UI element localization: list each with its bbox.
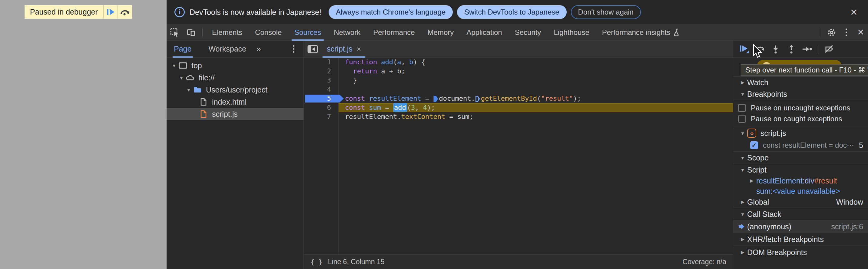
chevron-down-icon[interactable]: ▼ <box>170 63 178 68</box>
code-token: resultElement. <box>345 113 401 120</box>
chevron-down-icon[interactable]: ▼ <box>178 75 185 80</box>
step-button[interactable] <box>799 41 815 58</box>
code-line-7[interactable]: resultElement.textContent = sum; <box>339 112 733 121</box>
chevron-right-icon[interactable]: ▶ <box>738 237 747 242</box>
tab-lighthouse[interactable]: Lighthouse <box>547 24 595 41</box>
scope-var-resultelement[interactable]: ▶ resultElement: div #result <box>733 176 868 186</box>
section-scope[interactable]: ▼ Scope <box>733 152 868 164</box>
section-breakpoints[interactable]: ▼ Breakpoints <box>733 88 868 100</box>
chevron-down-icon[interactable]: ▼ <box>738 91 747 97</box>
section-xhr-breakpoints[interactable]: ▶ XHR/fetch Breakpoints <box>733 233 868 246</box>
step-out-button[interactable] <box>783 41 799 58</box>
more-tabs-icon[interactable]: » <box>256 44 261 54</box>
code-line-3[interactable]: } <box>339 76 733 85</box>
breakpoint-group-script-js[interactable]: ▼ ‹› script.js <box>733 127 868 139</box>
scope-global-group[interactable]: ▶ Global Window <box>733 196 868 208</box>
breakpoint-line-number: 5 <box>859 141 863 150</box>
tab-performance[interactable]: Performance <box>367 24 421 41</box>
tree-item-project-folder[interactable]: ▼ Users/user/project <box>166 84 304 96</box>
tab-lighthouse-label: Lighthouse <box>554 28 589 37</box>
navigator-more-options-button[interactable] <box>293 45 294 53</box>
tree-item-top[interactable]: ▼ top <box>166 59 304 72</box>
more-options-button[interactable] <box>839 24 854 41</box>
devtools-main-toolbar: Elements Console Sources Network Perform… <box>166 24 868 41</box>
tree-item-file-protocol[interactable]: ▼ file:// <box>166 72 304 84</box>
close-devtools-button[interactable]: ✕ <box>854 24 868 41</box>
tab-elements[interactable]: Elements <box>206 24 249 41</box>
gutter-line-5[interactable]: 5 <box>304 94 338 103</box>
gutter-line-7[interactable]: 7 <box>304 112 338 121</box>
chevron-right-icon[interactable]: ▶ <box>738 80 747 85</box>
code-line-1[interactable]: function add(a, b) { <box>339 58 733 67</box>
tab-sources[interactable]: Sources <box>288 24 328 41</box>
step-over-banner-button[interactable] <box>118 5 132 19</box>
chevron-right-icon[interactable]: ▶ <box>738 249 747 255</box>
code-line-6[interactable]: const sum = add(3, 4); <box>339 103 733 112</box>
tab-application[interactable]: Application <box>460 24 508 41</box>
switch-devtools-japanese-button[interactable]: Switch DevTools to Japanese <box>457 5 567 19</box>
gutter-line-1[interactable]: 1 <box>304 58 338 67</box>
gutter-line-6[interactable]: 6 <box>304 103 338 112</box>
settings-button[interactable] <box>825 24 839 41</box>
section-call-stack[interactable]: ▼ Call Stack <box>733 208 868 220</box>
resume-button[interactable] <box>736 41 752 58</box>
close-icon: ✕ <box>857 27 864 37</box>
tab-network-label: Network <box>334 28 361 37</box>
editor-tab-close-icon[interactable]: × <box>357 45 361 53</box>
pretty-print-icon[interactable]: { } <box>310 258 322 266</box>
code-line-5[interactable]: const resultElement = document.getElemen… <box>339 94 733 103</box>
browser-page-area: Paused in debugger <box>0 0 166 269</box>
frame-name: (anonymous) <box>747 222 792 231</box>
resume-script-button[interactable] <box>103 5 118 19</box>
gutter-line-4[interactable]: 4 <box>304 85 338 94</box>
inspect-element-button[interactable] <box>166 24 183 41</box>
section-dom-breakpoints[interactable]: ▶ DOM Breakpoints <box>733 246 868 259</box>
navigator-tab-page[interactable]: Page <box>174 41 191 58</box>
device-toolbar-button[interactable] <box>183 24 199 41</box>
call-stack-frame[interactable]: (anonymous) script.js:6 <box>733 220 868 233</box>
deactivate-breakpoints-button[interactable] <box>822 41 837 58</box>
chevron-right-icon[interactable]: ▶ <box>747 178 756 184</box>
code-line-4[interactable] <box>339 85 733 94</box>
section-watch[interactable]: ▶ Watch <box>733 77 868 88</box>
code-token: const <box>345 104 365 111</box>
scope-script-group[interactable]: ▼ Script <box>733 164 868 176</box>
tab-network[interactable]: Network <box>328 24 367 41</box>
toggle-navigator-button[interactable] <box>307 45 318 54</box>
code-line-2[interactable]: return a + b; <box>339 67 733 76</box>
tree-item-script-js[interactable]: script.js <box>166 108 304 120</box>
tree-item-index-html[interactable]: index.html <box>166 96 304 108</box>
navigator-tab-workspace[interactable]: Workspace <box>208 41 246 58</box>
notification-close-icon[interactable]: ✕ <box>848 7 860 18</box>
toolbar-separator <box>202 28 203 37</box>
chevron-down-icon[interactable]: ▼ <box>738 155 747 160</box>
chevron-down-icon[interactable]: ▼ <box>738 212 747 217</box>
tab-performance-insights[interactable]: Performance insights <box>596 24 687 41</box>
editor-tab-script-js[interactable]: script.js × <box>321 41 367 58</box>
chevron-right-icon[interactable]: ▶ <box>738 199 747 205</box>
gutter-line-2[interactable]: 2 <box>304 67 338 76</box>
match-chrome-language-button[interactable]: Always match Chrome's language <box>329 5 453 19</box>
chevron-down-icon[interactable]: ▼ <box>738 131 747 136</box>
pause-caught-checkbox[interactable] <box>738 115 746 123</box>
pause-uncaught-checkbox[interactable] <box>738 104 746 112</box>
code-editor[interactable]: 1234567 function add(a, b) { return a + … <box>304 58 733 254</box>
dont-show-again-button[interactable]: Don't show again <box>571 5 641 19</box>
notification-bar: i DevTools is now available in Japanese!… <box>166 0 868 24</box>
breakpoint-checkbox[interactable]: ✓ <box>750 141 758 149</box>
chevron-down-icon[interactable]: ▼ <box>185 87 193 92</box>
code-token: = <box>421 95 433 102</box>
tab-console[interactable]: Console <box>249 24 288 41</box>
navigator-pane: Page Workspace » ▼ top <box>166 41 304 269</box>
chevron-down-icon[interactable]: ▼ <box>738 167 747 172</box>
global-scope-value: Window <box>836 198 863 207</box>
tab-memory[interactable]: Memory <box>421 24 460 41</box>
pause-caught-row[interactable]: Pause on caught exceptions <box>733 113 868 124</box>
pause-caught-label: Pause on caught exceptions <box>751 115 842 123</box>
step-into-button[interactable] <box>768 41 783 58</box>
tab-security[interactable]: Security <box>508 24 548 41</box>
pause-uncaught-row[interactable]: Pause on uncaught exceptions <box>733 103 868 113</box>
gutter-line-3[interactable]: 3 <box>304 76 338 85</box>
scope-var-sum[interactable]: sum: <value unavailable> <box>733 186 868 196</box>
breakpoint-entry[interactable]: ✓ const resultElement = doc⋯ 5 <box>733 139 868 151</box>
